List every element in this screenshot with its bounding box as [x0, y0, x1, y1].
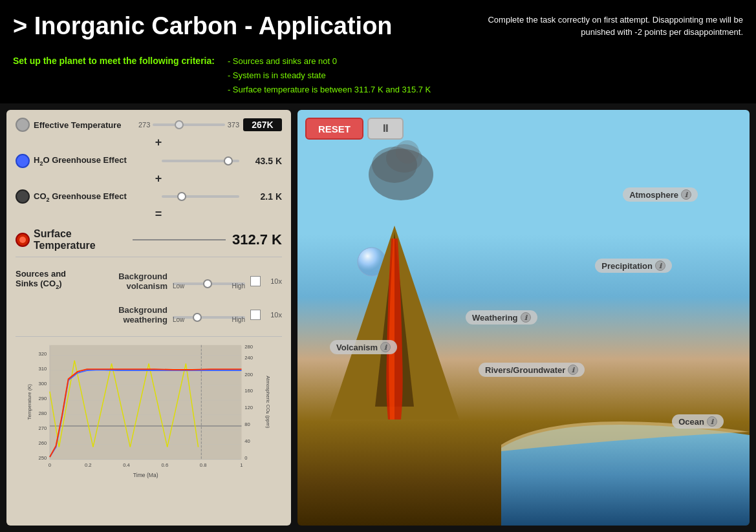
svg-text:0: 0: [49, 462, 51, 468]
smoke-effect: [362, 136, 440, 200]
volcanism-10x-label: 10x: [266, 277, 282, 285]
svg-text:300: 300: [38, 381, 47, 387]
main-area: Effective Temperature 273 373 267K + H2O…: [0, 103, 756, 532]
svg-text:320: 320: [38, 351, 47, 357]
effective-temp-slider[interactable]: [153, 123, 224, 126]
svg-text:250: 250: [38, 455, 47, 461]
atmosphere-label[interactable]: Atmosphere ℹ: [623, 187, 698, 202]
svg-text:290: 290: [38, 396, 47, 401]
co2-slider[interactable]: [162, 195, 239, 198]
volcanism-slider[interactable]: Low High: [173, 282, 245, 285]
volcanism-info-btn[interactable]: ℹ: [380, 342, 391, 352]
surface-temp-label: Surface Temperature: [34, 228, 126, 251]
svg-text:280: 280: [38, 410, 47, 416]
svg-text:0.6: 0.6: [162, 462, 169, 468]
equals-operator: =: [16, 207, 282, 222]
effective-temp-value: 267K: [243, 118, 282, 131]
weathering-row: Background weathering Low High 1: [83, 305, 282, 325]
effective-temp-row: Effective Temperature 273 373 267K: [16, 118, 282, 132]
weathering-slider[interactable]: Low High: [173, 316, 245, 319]
weathering-label: Background weathering: [83, 305, 167, 325]
h2o-row: H2O Greenhouse Effect 43.5 K: [16, 154, 282, 168]
criteria-list: - Sources and sinks are not 0 - System i…: [228, 54, 431, 97]
h2o-slider[interactable]: [162, 160, 239, 162]
svg-text:0.4: 0.4: [123, 462, 130, 468]
effective-temp-label: Effective Temperature: [34, 120, 135, 130]
temperature-section: Effective Temperature 273 373 267K + H2O…: [16, 118, 282, 257]
volcano-shape: [330, 226, 459, 422]
header: > Inorganic Carbon - Application Complet…: [0, 0, 756, 52]
co2-icon: [16, 189, 30, 204]
criteria-item-1: - Sources and sinks are not 0: [228, 54, 431, 69]
svg-text:Temperature (K): Temperature (K): [27, 384, 32, 420]
weathering-low: Low: [173, 316, 184, 323]
page-title: > Inorganic Carbon - Application: [13, 12, 393, 40]
sources-sinks-section: Sources andSinks (CO2) Background volcan…: [16, 257, 282, 337]
ocean-info-btn[interactable]: ℹ: [707, 416, 717, 427]
svg-text:120: 120: [244, 405, 253, 410]
svg-text:1: 1: [240, 462, 243, 468]
header-warning: Complete the task correctly on first att…: [471, 14, 743, 39]
scene-background: RESET ⏸ Atmosphere ℹ: [297, 110, 750, 526]
effective-temp-slider-area: 273 373: [138, 121, 239, 129]
svg-rect-0: [50, 345, 242, 460]
volcanism-label: Background volcanism: [83, 271, 167, 291]
scene-panel: RESET ⏸ Atmosphere ℹ: [297, 110, 750, 526]
svg-text:0.8: 0.8: [200, 462, 207, 468]
svg-text:160: 160: [244, 388, 253, 394]
svg-text:280: 280: [244, 344, 253, 350]
svg-text:Time (Ma): Time (Ma): [133, 472, 158, 478]
co2-row: CO2 Greenhouse Effect 2.1 K: [16, 189, 282, 204]
svg-text:240: 240: [244, 355, 253, 361]
weathering-label[interactable]: Weathering ℹ: [466, 310, 537, 325]
svg-point-40: [396, 140, 419, 164]
surface-temp-row: Surface Temperature 312.7 K: [16, 228, 282, 251]
co2-value: 2.1 K: [243, 191, 282, 202]
criteria-bar: Set up the planet to meet the following …: [0, 52, 756, 103]
criteria-label: Set up the planet to meet the following …: [13, 54, 215, 66]
surface-temp-icon: [16, 233, 30, 247]
volcanism-low: Low: [173, 282, 184, 290]
svg-text:0.2: 0.2: [85, 462, 92, 468]
title-area: > Inorganic Carbon - Application: [13, 12, 393, 40]
h2o-value: 43.5 K: [243, 156, 282, 166]
atmosphere-info-btn[interactable]: ℹ: [681, 189, 691, 200]
eff-temp-max: 373: [228, 121, 239, 129]
volcanism-10x-checkbox[interactable]: [250, 276, 261, 286]
chart-section: 250 260 270 280 290 300 310 320 0 40 80 …: [16, 337, 282, 518]
rivers-groundwater-label[interactable]: Rivers/Groundwater ℹ: [479, 363, 585, 377]
reset-button[interactable]: RESET: [305, 118, 363, 140]
precipitation-info-btn[interactable]: ℹ: [655, 261, 665, 271]
ocean-label[interactable]: Ocean ℹ: [672, 414, 724, 429]
chart-container: 250 260 270 280 290 300 310 320 0 40 80 …: [16, 342, 282, 487]
surface-temp-value: 312.7 K: [232, 231, 282, 248]
svg-text:200: 200: [244, 372, 253, 378]
weathering-info-btn[interactable]: ℹ: [521, 312, 531, 323]
h2o-icon: [16, 154, 30, 168]
co2-label: CO2 Greenhouse Effect: [34, 191, 158, 203]
left-panel: Effective Temperature 273 373 267K + H2O…: [6, 110, 291, 526]
svg-text:40: 40: [244, 438, 250, 444]
svg-text:0: 0: [244, 455, 247, 461]
volcanism-label[interactable]: Volcanism ℹ: [330, 340, 397, 354]
eff-temp-min: 273: [138, 121, 150, 129]
weathering-10x-checkbox[interactable]: [250, 310, 261, 320]
main-chart: 250 260 270 280 290 300 310 320 0 40 80 …: [16, 342, 282, 484]
rivers-info-btn[interactable]: ℹ: [568, 365, 578, 375]
sources-title: Sources andSinks (CO2): [16, 269, 77, 290]
weathering-high: High: [232, 316, 245, 323]
volcanism-row: Background volcanism Low High 10: [83, 271, 282, 291]
svg-text:310: 310: [38, 366, 47, 372]
plus-operator-1: +: [16, 136, 282, 150]
volcanism-high: High: [232, 282, 245, 290]
svg-text:260: 260: [38, 440, 47, 446]
criteria-item-2: - System is in steady state: [228, 69, 431, 83]
surface-temp-line: [133, 239, 225, 240]
plus-operator-2: +: [16, 172, 282, 186]
precipitation-label[interactable]: Precipitation ℹ: [595, 259, 672, 273]
criteria-item-3: - Surface temperature is between 311.7 K…: [228, 83, 431, 97]
svg-text:Atmospheric CO₂ (ppm): Atmospheric CO₂ (ppm): [265, 376, 271, 429]
weathering-10x-label: 10x: [266, 311, 282, 319]
h2o-label: H2O Greenhouse Effect: [34, 155, 158, 167]
svg-text:80: 80: [244, 421, 250, 427]
